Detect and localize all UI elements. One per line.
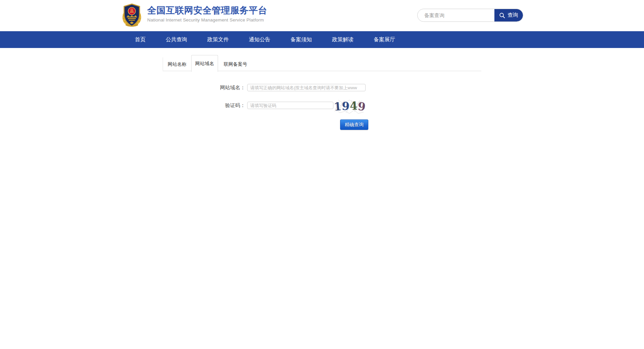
exact-query-button[interactable]: 精确查询 xyxy=(340,119,368,130)
page-header: 全国互联网安全管理服务平台 National Internet Security… xyxy=(0,0,644,31)
domain-label: 网站域名： xyxy=(163,85,247,91)
captcha-row: 验证码： 1 9 4 9 xyxy=(163,102,481,109)
header-search: 查询 xyxy=(417,9,523,22)
captcha-input[interactable] xyxy=(247,102,333,109)
nav-item-policy-interpretation[interactable]: 政策解读 xyxy=(332,31,354,48)
nav-item-home[interactable]: 首页 xyxy=(135,31,146,48)
search-button[interactable]: 查询 xyxy=(494,9,523,21)
police-badge-icon xyxy=(121,3,143,28)
nav-item-filing-guide[interactable]: 备案须知 xyxy=(290,31,312,48)
query-form: 网站域名： 验证码： 1 9 4 9 xyxy=(163,84,481,130)
domain-row: 网站域名： xyxy=(163,84,481,91)
main-content: 网站名称 网站域名 联网备案号 网站域名： 验证码： 1 xyxy=(163,55,481,130)
captcha-label: 验证码： xyxy=(163,102,247,109)
captcha-image[interactable]: 1 9 4 9 xyxy=(335,99,365,114)
search-input[interactable] xyxy=(418,9,494,21)
domain-input[interactable] xyxy=(247,84,366,91)
search-button-label: 查询 xyxy=(507,12,518,19)
site-title: 全国互联网安全管理服务平台 xyxy=(147,5,267,16)
nav-item-policy-files[interactable]: 政策文件 xyxy=(207,31,229,48)
nav-item-public-query[interactable]: 公共查询 xyxy=(166,31,187,48)
captcha-code: 1 9 4 9 xyxy=(335,99,365,114)
main-nav: 首页 公共查询 政策文件 通知公告 备案须知 政策解读 备案展厅 xyxy=(0,31,644,48)
site-subtitle: National Internet Security Management Se… xyxy=(147,17,267,22)
captcha-digit: 9 xyxy=(341,99,350,113)
submit-row: 精确查询 xyxy=(163,119,481,130)
captcha-digit: 4 xyxy=(350,99,358,112)
tab-website-domain[interactable]: 网站域名 xyxy=(191,55,218,72)
tab-filing-number[interactable]: 联网备案号 xyxy=(223,57,248,71)
captcha-digit: 1 xyxy=(333,100,342,113)
tab-website-name[interactable]: 网站名称 xyxy=(163,57,191,71)
nav-item-filing-hall[interactable]: 备案展厅 xyxy=(374,31,395,48)
query-tabs: 网站名称 网站域名 联网备案号 xyxy=(163,55,481,71)
captcha-digit: 9 xyxy=(357,100,367,113)
nav-item-notices[interactable]: 通知公告 xyxy=(249,31,270,48)
magnifier-icon xyxy=(499,12,505,18)
